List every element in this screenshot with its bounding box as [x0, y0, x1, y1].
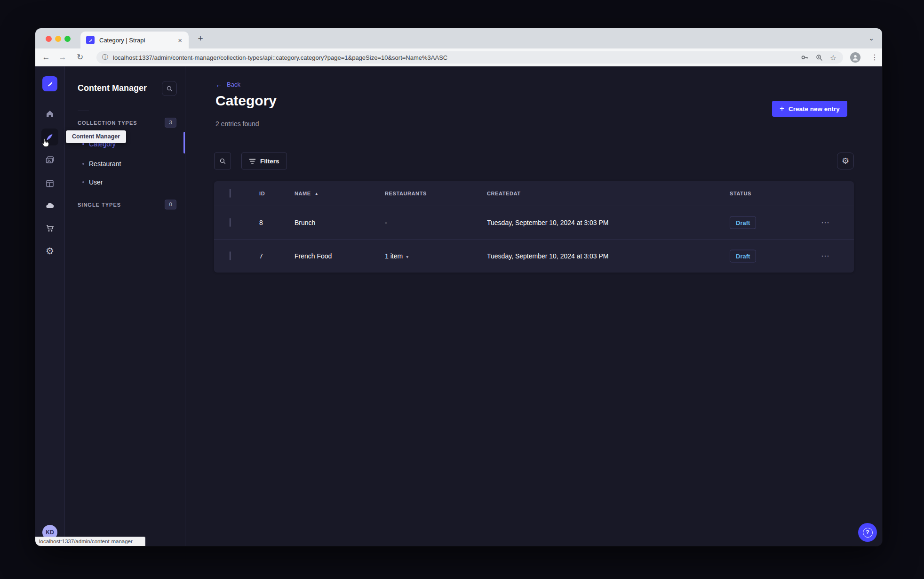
filters-button[interactable]: Filters	[241, 153, 287, 169]
cell-createdat: Tuesday, September 10, 2024 at 3:03 PM	[487, 219, 608, 226]
entries-table: ID NAME▲ RESTAURANTS CREATEDAT STATUS 8 …	[214, 181, 854, 273]
header-name[interactable]: NAME▲	[295, 191, 319, 196]
table-row[interactable]: 7 French Food 1 item▾ Tuesday, September…	[214, 239, 854, 273]
password-key-icon[interactable]	[800, 53, 809, 62]
back-arrow-icon: ←	[215, 80, 223, 88]
browser-menu-icon[interactable]: ⋮	[869, 48, 880, 66]
bookmark-star-icon[interactable]: ☆	[830, 53, 836, 62]
home-icon[interactable]	[45, 109, 55, 119]
cell-name: French Food	[295, 252, 332, 260]
window-zoom-button[interactable]	[64, 36, 71, 42]
collection-types-count-badge: 3	[165, 118, 176, 128]
collection-types-label: COLLECTION TYPES	[78, 120, 137, 126]
header-status[interactable]: STATUS	[730, 191, 751, 196]
help-button[interactable]: ?	[858, 523, 877, 542]
cell-id: 7	[259, 252, 263, 260]
bullet-icon	[82, 143, 84, 145]
window-close-button[interactable]	[46, 36, 52, 42]
link-status-bar: localhost:1337/admin/content-manager	[35, 537, 145, 546]
create-new-entry-button[interactable]: + Create new entry	[772, 101, 847, 117]
strapi-favicon-icon	[86, 36, 95, 44]
status-badge: Draft	[730, 217, 756, 229]
sort-asc-icon: ▲	[315, 192, 319, 196]
active-item-indicator	[183, 132, 185, 153]
table-header-row: ID NAME▲ RESTAURANTS CREATEDAT STATUS	[214, 181, 854, 206]
view-settings-button[interactable]: ⚙	[837, 153, 854, 169]
table-row[interactable]: 8 Brunch - Tuesday, September 10, 2024 a…	[214, 206, 854, 239]
content-manager-tooltip: Content Manager	[66, 130, 126, 143]
browser-toolbar: ← → ↻ ⓘ localhost:1337/admin/content-man…	[35, 48, 882, 66]
strapi-logo-icon[interactable]	[42, 76, 57, 91]
cell-name: Brunch	[295, 219, 315, 226]
search-icon	[166, 85, 173, 92]
cloud-icon[interactable]	[45, 201, 55, 210]
header-id[interactable]: ID	[259, 191, 265, 196]
marketplace-cart-icon[interactable]	[45, 224, 55, 233]
tab-search-chevron-icon[interactable]: ⌄	[866, 33, 876, 44]
status-badge: Draft	[730, 250, 756, 263]
list-search-button[interactable]	[214, 153, 231, 169]
browser-profile-avatar[interactable]	[850, 52, 860, 63]
back-link[interactable]: ← Back	[215, 80, 240, 88]
address-bar[interactable]: ⓘ localhost:1337/admin/content-manager/c…	[96, 51, 843, 64]
zoom-search-icon[interactable]	[815, 53, 823, 62]
rail-divider	[35, 100, 64, 100]
tab-close-icon[interactable]: ×	[177, 36, 183, 44]
entries-count: 2 entries found	[215, 120, 259, 128]
subnav-title: Content Manager	[78, 83, 147, 93]
cell-id: 8	[259, 219, 263, 226]
site-info-icon[interactable]: ⓘ	[102, 53, 108, 62]
back-label: Back	[227, 81, 240, 88]
select-all-checkbox[interactable]	[230, 189, 231, 198]
header-restaurants[interactable]: RESTAURANTS	[385, 191, 427, 196]
header-createdat[interactable]: CREATEDAT	[487, 191, 521, 196]
strapi-admin: ⚙ KD Content Manager COLLECTION TYPES 3 …	[35, 66, 882, 546]
forward-button[interactable]: →	[56, 48, 70, 66]
caret-down-icon: ▾	[406, 254, 408, 259]
gear-icon: ⚙	[842, 156, 849, 166]
browser-tab-strip: Category | Strapi × + ⌄	[35, 28, 882, 48]
desktop: Category | Strapi × + ⌄ ← → ↻ ⓘ localhos…	[0, 0, 924, 579]
search-icon	[219, 158, 226, 165]
page-title: Category	[215, 93, 277, 109]
reload-button[interactable]: ↻	[73, 48, 87, 66]
filter-icon	[249, 158, 256, 164]
new-tab-button[interactable]: +	[194, 32, 207, 45]
subnav-divider	[78, 111, 89, 111]
row-actions-button[interactable]: ⋯	[821, 251, 830, 261]
row-checkbox[interactable]	[230, 251, 231, 260]
back-button[interactable]: ←	[39, 48, 53, 66]
single-types-count-badge: 0	[165, 200, 176, 209]
row-checkbox[interactable]	[230, 218, 231, 227]
subnav-item-restaurant[interactable]: Restaurant	[65, 155, 185, 173]
subnav-search-button[interactable]	[162, 81, 177, 96]
tab-title: Category | Strapi	[99, 37, 177, 44]
browser-window: Category | Strapi × + ⌄ ← → ↻ ⓘ localhos…	[35, 28, 882, 546]
media-library-icon[interactable]	[45, 155, 55, 165]
bullet-icon	[82, 181, 84, 183]
url-text: localhost:1337/admin/content-manager/col…	[113, 54, 800, 61]
row-actions-button[interactable]: ⋯	[821, 217, 830, 228]
question-icon: ?	[863, 528, 873, 538]
main-content: ← Back Category 2 entries found + Create…	[185, 66, 882, 546]
cell-createdat: Tuesday, September 10, 2024 at 3:03 PM	[487, 252, 608, 260]
settings-gear-icon[interactable]: ⚙	[45, 246, 55, 256]
single-types-label: SINGLE TYPES	[78, 202, 121, 208]
bullet-icon	[82, 163, 84, 165]
mouse-cursor-icon	[40, 137, 51, 150]
subnav-item-user[interactable]: User	[65, 173, 185, 191]
browser-tab[interactable]: Category | Strapi ×	[80, 32, 189, 48]
cell-restaurants[interactable]: 1 item▾	[385, 252, 408, 260]
cell-restaurants: -	[385, 219, 387, 226]
plus-icon: +	[780, 104, 784, 113]
window-minimize-button[interactable]	[55, 36, 61, 42]
content-type-builder-icon[interactable]	[45, 179, 55, 188]
